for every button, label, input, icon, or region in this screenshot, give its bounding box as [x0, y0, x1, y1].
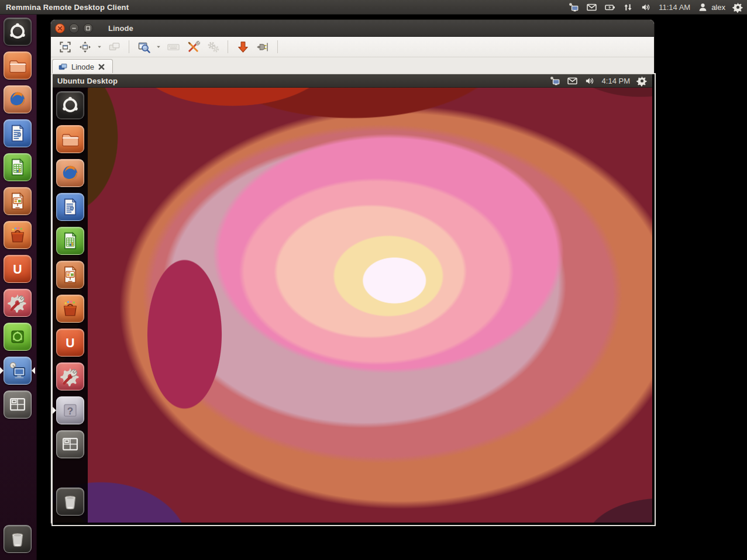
screen: Remmina Remote Desktop Client 11:14 AMal… — [0, 0, 747, 560]
fullscreen-button[interactable] — [56, 39, 74, 55]
system-settings-icon — [56, 362, 84, 390]
focused-indicator-arrow — [32, 367, 35, 374]
scaled-mode-button[interactable] — [135, 39, 153, 55]
files-icon — [56, 125, 84, 153]
launcher-item-software-center[interactable] — [56, 295, 84, 323]
libreoffice-impress-icon — [56, 261, 84, 289]
window-titlebar: Linode — [51, 20, 654, 37]
launcher-item-trash[interactable] — [4, 525, 32, 553]
libreoffice-writer-icon — [4, 119, 32, 147]
remote-wallpaper — [53, 74, 652, 523]
svg-text:U: U — [66, 336, 74, 350]
ubuntu-one-icon: U — [4, 255, 32, 283]
launcher-item-libreoffice-calc[interactable] — [56, 227, 84, 255]
toolbar-separator — [277, 40, 278, 53]
remote-top-panel: Ubuntu Desktop 4:14 PM — [53, 74, 652, 88]
sound-indicator-icon[interactable] — [584, 75, 595, 87]
minimize-window-button[interactable] — [233, 39, 252, 55]
battery-indicator-icon[interactable] — [604, 2, 615, 13]
messages-indicator-icon[interactable] — [586, 2, 597, 13]
launcher-item-files[interactable] — [4, 51, 32, 79]
remote-viewport[interactable]: Ubuntu Desktop 4:14 PM U? — [51, 73, 656, 526]
launcher-item-firefox[interactable] — [4, 85, 32, 113]
running-indicator-arrow — [0, 367, 4, 374]
launcher-item-system-settings[interactable] — [56, 362, 84, 390]
clock-label[interactable]: 11:14 AM — [659, 3, 690, 12]
maximize-icon — [85, 25, 91, 32]
launcher-item-dash-home[interactable] — [4, 18, 32, 46]
window-title: Linode — [108, 24, 133, 33]
launcher-item-software-center[interactable] — [4, 221, 32, 249]
launcher-item-update-manager[interactable] — [4, 323, 32, 351]
trash-icon — [56, 488, 84, 516]
launcher-item-workspace-switcher[interactable] — [4, 390, 32, 419]
tab-label: Linode — [71, 63, 94, 71]
tab-close-icon[interactable] — [98, 63, 105, 71]
host-indicator-area: 11:14 AMalex — [568, 0, 743, 14]
launcher-item-workspace-switcher[interactable] — [56, 430, 84, 458]
remote-desktop-indicator-icon[interactable] — [568, 2, 579, 13]
duplicate-connection-button — [105, 39, 123, 55]
minimize-icon — [71, 25, 77, 32]
update-manager-icon — [4, 323, 32, 351]
launcher-item-libreoffice-calc[interactable] — [4, 153, 32, 181]
clock-label[interactable]: 4:14 PM — [602, 77, 630, 85]
tools-icon — [187, 40, 200, 54]
host-top-panel: Remmina Remote Desktop Client 11:14 AMal… — [0, 0, 747, 15]
remote-desktop: Ubuntu Desktop 4:14 PM U? — [53, 74, 652, 523]
close-icon — [57, 25, 63, 32]
window-close-button[interactable] — [55, 23, 65, 33]
software-center-icon — [4, 221, 32, 249]
session-indicator-icon[interactable] — [732, 2, 743, 13]
remote-desktop-indicator-icon[interactable] — [549, 75, 560, 87]
launcher-item-libreoffice-impress[interactable] — [56, 261, 84, 289]
remote-launcher: U? — [53, 87, 88, 523]
scaled-mode-icon — [137, 40, 151, 54]
launcher-item-files[interactable] — [56, 125, 84, 153]
fit-window-icon — [78, 40, 92, 54]
network-traffic-indicator-icon[interactable] — [622, 2, 634, 13]
user-icon — [697, 2, 708, 13]
session-indicator-icon[interactable] — [636, 75, 648, 87]
scaled-mode-dropdown-button[interactable] — [154, 39, 163, 55]
duplicate-connection-icon — [108, 40, 121, 54]
disconnect-button[interactable] — [253, 39, 272, 55]
firefox-icon — [56, 159, 84, 187]
launcher-item-libreoffice-writer[interactable] — [56, 193, 84, 221]
launcher-item-firefox[interactable] — [56, 159, 84, 187]
svg-text:?: ? — [67, 406, 73, 417]
connection-toolbar — [51, 37, 654, 57]
tools-button[interactable] — [184, 39, 202, 55]
remote-panel-title: Ubuntu Desktop — [53, 77, 118, 85]
launcher-item-dash-home[interactable] — [56, 91, 84, 119]
launcher-item-ubuntu-one[interactable]: U — [56, 329, 84, 357]
fit-window-button[interactable] — [75, 39, 94, 55]
chevron-down-icon — [155, 43, 162, 50]
launcher-item-unknown-app[interactable]: ? — [56, 396, 84, 424]
fit-window-dropdown-button[interactable] — [95, 39, 104, 55]
system-settings-icon — [4, 289, 32, 317]
firefox-icon — [4, 85, 32, 113]
launcher-item-libreoffice-impress[interactable] — [4, 187, 32, 215]
launcher-item-ubuntu-one[interactable]: U — [4, 255, 32, 283]
window-minimize-button[interactable] — [69, 23, 79, 33]
launcher-item-trash[interactable] — [56, 488, 84, 516]
toolbar-separator — [129, 40, 129, 53]
remmina-window: Linode Linode Ubuntu Desktop 4:14 PM — [50, 19, 655, 524]
ubuntu-one-icon: U — [56, 329, 84, 357]
launcher-item-libreoffice-writer[interactable] — [4, 119, 32, 147]
user-menu[interactable]: alex — [697, 2, 725, 13]
libreoffice-impress-icon — [4, 187, 32, 215]
workspace-switcher-icon — [4, 390, 32, 419]
preferences-icon — [206, 40, 220, 54]
host-launcher: U — [0, 14, 37, 560]
launcher-item-system-settings[interactable] — [4, 289, 32, 317]
tab-linode[interactable]: Linode — [52, 59, 113, 74]
trash-icon — [4, 525, 32, 553]
messages-indicator-icon[interactable] — [567, 75, 578, 87]
grab-keyboard-icon — [167, 40, 180, 54]
launcher-item-remmina[interactable] — [4, 357, 32, 385]
sound-indicator-icon[interactable] — [641, 2, 652, 13]
window-maximize-button[interactable] — [83, 23, 93, 33]
files-icon — [4, 51, 32, 79]
